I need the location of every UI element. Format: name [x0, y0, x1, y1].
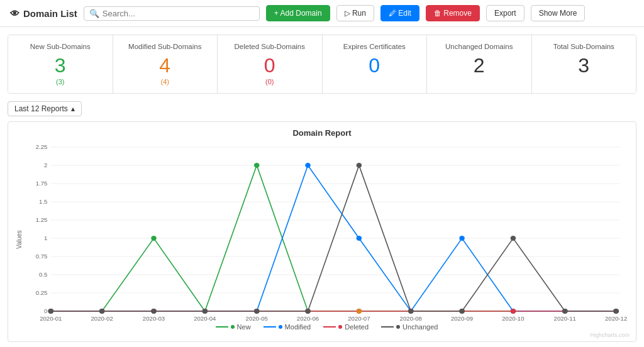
stat-label: New Sub-Domains [18, 43, 103, 50]
chart-inner: Values [14, 141, 630, 338]
modified-dot [305, 163, 311, 168]
dropdown-label: Last 12 Reports [14, 104, 68, 113]
unchanged-dot [151, 309, 157, 314]
stat-sub: (4) [123, 78, 208, 85]
reports-controls: Last 12 Reports ▴ [8, 101, 636, 116]
legend-line-modified [264, 326, 276, 328]
svg-text:2020-08: 2020-08 [400, 316, 422, 322]
svg-text:0: 0 [44, 308, 47, 314]
new-dot [151, 236, 157, 241]
modified-dot [459, 236, 465, 241]
svg-text:2020-09: 2020-09 [451, 316, 473, 322]
svg-text:2.25: 2.25 [36, 144, 48, 150]
legend-line-unchanged [381, 326, 394, 328]
chart-svg: 0 0.25 0.5 0.75 1 1.25 1.5 1.75 2 2.25 2… [24, 141, 630, 317]
unchanged-dot [562, 309, 568, 314]
stat-label: Expires Certificates [333, 43, 417, 50]
stat-label: Unchanged Domains [437, 43, 521, 50]
stat-value: 0 [228, 55, 312, 75]
svg-text:2020-05: 2020-05 [246, 316, 268, 322]
chart-area: 0 0.25 0.5 0.75 1 1.25 1.5 1.75 2 2.25 2… [24, 141, 630, 338]
remove-button[interactable]: 🗑 Remove [426, 5, 480, 21]
unchanged-dot [511, 236, 516, 241]
stat-value: 3 [542, 55, 626, 75]
legend-dot-new [231, 325, 235, 329]
reports-section: Last 12 Reports ▴ Domain Report Values [8, 101, 636, 342]
unchanged-dot [99, 309, 105, 314]
eye-icon: 👁 [10, 8, 19, 19]
legend-label-unchanged: Unchanged [402, 323, 438, 331]
stat-value: 2 [437, 55, 521, 75]
unchanged-dot [613, 309, 619, 314]
stat-label: Deleted Sub-Domains [228, 43, 312, 50]
legend-dot-deleted [338, 325, 342, 329]
stat-card-expires-certs: Expires Certificates 0 [323, 35, 428, 93]
svg-text:2020-04: 2020-04 [194, 316, 216, 322]
unchanged-dot [254, 309, 260, 314]
legend-label-deleted: Deleted [345, 323, 369, 331]
page-title: 👁 Domain List [10, 8, 77, 19]
search-wrapper: 🔍 [84, 6, 260, 21]
reports-dropdown-button[interactable]: Last 12 Reports ▴ [8, 101, 82, 116]
stat-card-deleted-subdomains: Deleted Sub-Domains 0 (0) [218, 35, 323, 93]
chevron-down-icon: ▴ [71, 104, 75, 113]
stat-card-modified-subdomains: Modified Sub-Domains 4 (4) [113, 35, 218, 93]
legend-dot-modified [279, 325, 282, 329]
chart-title: Domain Report [14, 128, 630, 138]
search-input[interactable] [103, 9, 254, 18]
legend-unchanged: Unchanged [381, 323, 438, 331]
svg-text:2020-03: 2020-03 [143, 316, 165, 322]
svg-text:0.75: 0.75 [36, 253, 48, 260]
add-domain-button[interactable]: + Add Domain [266, 5, 330, 21]
app-header: 👁 Domain List 🔍 + Add Domain ▷ Run 🖉 Edi… [0, 0, 644, 27]
unchanged-dot [203, 309, 208, 314]
highcharts-credit: Highcharts.com [24, 332, 630, 338]
stat-card-unchanged-domains: Unchanged Domains 2 [427, 35, 532, 93]
show-more-button[interactable]: Show More [531, 5, 586, 21]
run-button[interactable]: ▷ Run [336, 5, 374, 21]
y-axis-label: Values [14, 141, 24, 338]
chart-legend: New Modified Deleted [24, 323, 630, 331]
stat-value: 0 [333, 55, 417, 75]
svg-text:2020-02: 2020-02 [91, 316, 113, 322]
svg-text:2020-11: 2020-11 [554, 316, 576, 322]
legend-label-modified: Modified [285, 323, 311, 331]
svg-text:1: 1 [44, 235, 47, 241]
export-button[interactable]: Export [486, 5, 525, 21]
svg-text:1.5: 1.5 [39, 199, 47, 205]
stat-card-new-subdomains: New Sub-Domains 3 (3) [8, 35, 113, 93]
stat-label: Modified Sub-Domains [123, 43, 208, 50]
stat-label: Total Sub-Domains [542, 43, 626, 50]
unchanged-dot [357, 163, 362, 168]
svg-text:1.75: 1.75 [36, 180, 48, 187]
deleted-dot [357, 309, 362, 314]
legend-line-deleted [323, 326, 336, 328]
svg-text:0.5: 0.5 [39, 272, 47, 278]
svg-text:1.25: 1.25 [36, 217, 48, 223]
unchanged-dot [48, 309, 54, 314]
svg-text:0.25: 0.25 [36, 290, 48, 296]
unchanged-dot [408, 309, 414, 314]
svg-text:2020-12: 2020-12 [605, 316, 627, 322]
stat-sub: (0) [228, 78, 312, 85]
search-icon: 🔍 [89, 9, 99, 18]
stat-value: 4 [123, 55, 208, 75]
legend-deleted: Deleted [323, 323, 369, 331]
svg-text:2: 2 [44, 162, 47, 168]
edit-button[interactable]: 🖉 Edit [380, 5, 419, 21]
new-dot [254, 163, 260, 168]
unchanged-dot [305, 309, 311, 314]
legend-new: New [216, 323, 251, 331]
legend-modified: Modified [264, 323, 311, 331]
svg-text:2020-01: 2020-01 [40, 316, 62, 322]
legend-dot-unchanged [396, 325, 400, 329]
unchanged-dot [459, 309, 465, 314]
deleted-dot [511, 309, 516, 314]
stats-row: New Sub-Domains 3 (3) Modified Sub-Domai… [8, 35, 636, 94]
chart-container: Domain Report Values [8, 121, 636, 342]
stat-card-total-subdomains: Total Sub-Domains 3 [532, 35, 636, 93]
legend-line-new [216, 326, 228, 328]
modified-dot [357, 236, 362, 241]
stat-value: 3 [18, 55, 103, 75]
stat-sub: (3) [18, 78, 103, 85]
